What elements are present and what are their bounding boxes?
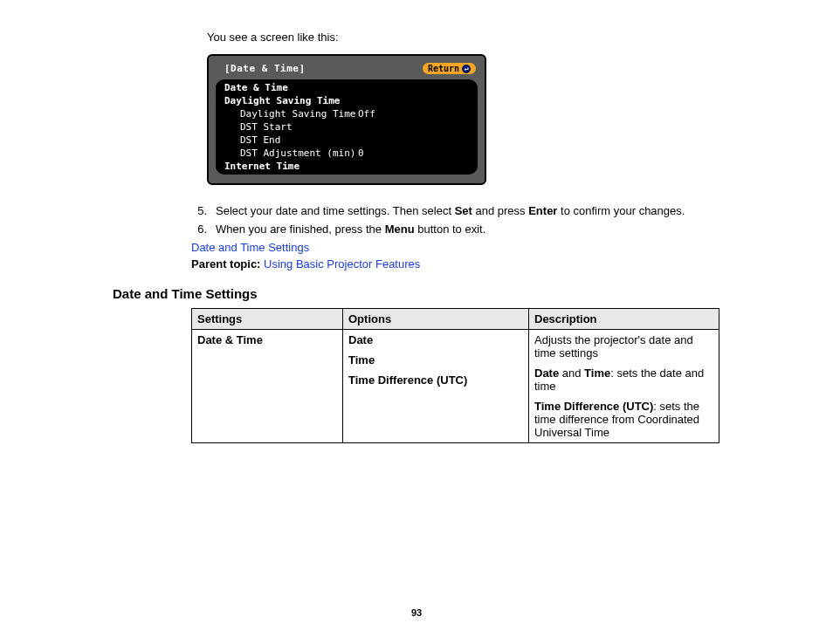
step-text-part: to confirm your changes.	[557, 204, 685, 217]
step-text-bold: Enter	[528, 204, 557, 217]
step-6: 6. When you are finished, press the Menu…	[191, 223, 724, 236]
option-utc: Time Difference (UTC)	[348, 373, 523, 387]
step-text-part: Select your date and time settings. Then…	[216, 204, 455, 217]
related-links: Date and Time Settings Parent topic: Usi…	[191, 241, 724, 271]
th-settings: Settings	[192, 309, 343, 330]
intro-text: You see a screen like this:	[207, 31, 724, 44]
table-row: Date & Time Date Time Time Difference (U…	[192, 330, 719, 443]
menu-item-dst-end: DST End	[216, 134, 478, 147]
menu-item-date-time: Date & Time	[216, 81, 478, 94]
step-text-bold: Menu	[385, 223, 415, 236]
menu-item-dst-toggle: Daylight Saving Time Off	[216, 107, 478, 120]
desc-date-time: Date and Time: sets the date and time	[534, 367, 713, 393]
step-text: When you are finished, press the Menu bu…	[216, 223, 724, 236]
parent-topic-row: Parent topic: Using Basic Projector Feat…	[191, 257, 724, 271]
step-text-part: and press	[472, 204, 528, 217]
desc-general: Adjusts the projector's date and time se…	[534, 333, 713, 360]
menu-item-internet-time: Internet Time	[216, 160, 478, 173]
projector-menu-screenshot: [Date & Time] Return ↵ Date & Time Dayli…	[207, 54, 486, 185]
menu-item-dst-adjustment: DST Adjustment (min) 0	[216, 147, 478, 160]
th-description: Description	[529, 309, 719, 330]
instruction-steps: 5. Select your date and time settings. T…	[191, 204, 724, 236]
menu-block: Date & Time Daylight Saving Time Dayligh…	[216, 79, 478, 175]
step-text-bold: Set	[455, 204, 472, 217]
td-options: Date Time Time Difference (UTC)	[343, 330, 529, 443]
table-header-row: Settings Options Description	[192, 309, 719, 330]
step-text: Select your date and time settings. Then…	[216, 204, 724, 217]
menu-item-dst-start: DST Start	[216, 120, 478, 134]
section-heading: Date and Time Settings	[113, 286, 724, 301]
dst-end-label: DST End	[240, 134, 358, 146]
option-date: Date	[348, 333, 523, 346]
step-text-part: button to exit.	[415, 223, 486, 236]
settings-table: Settings Options Description Date & Time…	[191, 308, 719, 443]
step-number: 6.	[191, 223, 207, 236]
page-number: 93	[0, 607, 833, 618]
dst-toggle-value: Off	[358, 108, 375, 120]
menu-header: [Date & Time] Return ↵	[214, 61, 479, 79]
link-date-time-settings[interactable]: Date and Time Settings	[191, 241, 724, 254]
th-options: Options	[343, 309, 529, 330]
desc-utc: Time Difference (UTC): sets the time dif…	[534, 400, 713, 439]
td-description: Adjusts the projector's date and time se…	[529, 330, 719, 443]
desc-bold: Date	[534, 367, 559, 380]
menu-title: [Date & Time]	[224, 63, 306, 74]
dst-start-label: DST Start	[240, 121, 358, 133]
step-number: 5.	[191, 204, 207, 217]
return-icon: ↵	[462, 65, 471, 73]
setting-name: Date & Time	[197, 333, 263, 346]
return-label: Return	[428, 64, 459, 73]
desc-bold: Time	[584, 367, 610, 380]
menu-item-dst-section: Daylight Saving Time	[216, 94, 478, 107]
return-button: Return ↵	[423, 63, 476, 74]
dst-toggle-label: Daylight Saving Time	[240, 108, 358, 120]
dst-adj-value: 0	[358, 147, 364, 159]
option-time: Time	[348, 353, 523, 367]
link-parent-topic[interactable]: Using Basic Projector Features	[264, 257, 420, 271]
document-page: You see a screen like this: [Date & Time…	[0, 0, 833, 644]
dst-adj-label: DST Adjustment (min)	[240, 147, 358, 159]
step-5: 5. Select your date and time settings. T…	[191, 204, 724, 217]
step-text-part: When you are finished, press the	[216, 223, 385, 236]
td-setting: Date & Time	[192, 330, 343, 443]
desc-text: and	[559, 367, 584, 380]
desc-bold: Time Difference (UTC)	[534, 400, 653, 413]
parent-topic-label: Parent topic:	[191, 257, 260, 271]
